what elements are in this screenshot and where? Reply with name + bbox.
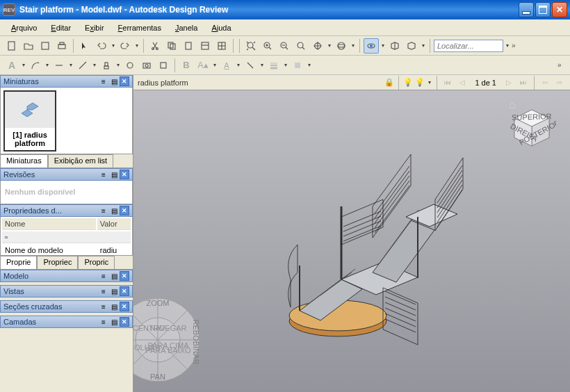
thumbnail-item[interactable]: [1] radius platform <box>3 90 56 152</box>
toolbar-overflow-icon[interactable]: » <box>512 42 520 49</box>
panel-menu-icon[interactable]: ≡ <box>99 317 108 327</box>
panel-pin-icon[interactable]: ▤ <box>109 76 119 86</box>
lineweight-dropdown[interactable]: ▾ <box>283 62 288 68</box>
panel-menu-icon[interactable]: ≡ <box>99 170 108 179</box>
zoom-in-icon[interactable] <box>260 38 275 54</box>
cut-icon[interactable] <box>147 38 163 54</box>
panel-menu-icon[interactable]: ≡ <box>99 206 108 215</box>
navigation-wheel[interactable]: ZOOM PAN ÓRBITA REBOBINAR CENTRO NAVEGAR… <box>133 295 203 385</box>
undo-icon[interactable] <box>94 38 109 54</box>
zoom-extents-icon[interactable] <box>243 38 259 54</box>
panel-pin-icon[interactable]: ▤ <box>109 271 119 281</box>
redo-dropdown[interactable]: ▾ <box>134 42 140 49</box>
snapshot-icon[interactable] <box>139 58 154 73</box>
tab-exibicao[interactable]: Exibição em list <box>48 154 113 168</box>
menu-ferramentas[interactable]: Ferramentas <box>113 22 167 33</box>
orbit-icon[interactable] <box>334 38 349 54</box>
text-a-dropdown[interactable]: ▾ <box>21 62 26 68</box>
panel-close-icon[interactable]: ✕ <box>120 302 129 311</box>
cloud-icon[interactable] <box>51 58 67 73</box>
measure-icon[interactable] <box>75 58 90 73</box>
close-button[interactable] <box>552 2 567 17</box>
color-dropdown[interactable]: ▾ <box>236 62 241 68</box>
panel-modelo-header[interactable]: Modelo ≡ ▤ ✕ <box>0 270 133 282</box>
shape-dropdown[interactable]: ▾ <box>44 62 50 68</box>
panel-pin-icon[interactable]: ▤ <box>109 286 119 296</box>
next-page-icon[interactable]: ▷ <box>503 77 515 88</box>
save-icon[interactable] <box>38 38 53 54</box>
3d-view-icon[interactable] <box>364 38 379 54</box>
panel-pin-icon[interactable]: ▤ <box>109 206 119 215</box>
lineweight-icon[interactable] <box>266 58 282 73</box>
panel-close-icon[interactable]: ✕ <box>120 170 129 179</box>
panel-menu-icon[interactable]: ≡ <box>99 302 108 311</box>
font-a-icon[interactable]: A▴ <box>195 58 211 73</box>
text-a-icon[interactable]: A <box>4 58 19 73</box>
panel-close-icon[interactable]: ✕ <box>120 76 129 86</box>
panel-pin-icon[interactable]: ▤ <box>109 170 119 179</box>
panel-menu-icon[interactable]: ≡ <box>99 286 108 296</box>
panel-close-icon[interactable]: ✕ <box>120 206 129 215</box>
3d-view-dropdown[interactable]: ▾ <box>380 42 386 49</box>
light-dropdown[interactable]: ▾ <box>427 79 432 85</box>
font-dropdown[interactable]: ▾ <box>212 62 218 68</box>
fill-icon[interactable] <box>290 58 305 73</box>
tab-proprie1[interactable]: Proprie <box>0 256 37 269</box>
color-a-icon[interactable]: A <box>219 58 234 73</box>
first-page-icon[interactable]: ⏮ <box>441 77 454 88</box>
print-icon[interactable] <box>54 38 70 54</box>
panel-close-icon[interactable]: ✕ <box>120 271 129 281</box>
open-icon[interactable] <box>21 38 36 54</box>
menu-janela[interactable]: Janela <box>170 22 203 33</box>
panel-camadas-header[interactable]: Camadas ≡ ▤ ✕ <box>0 316 133 328</box>
panel-pin-icon[interactable]: ▤ <box>109 302 119 311</box>
highlight-dropdown[interactable]: ▾ <box>259 62 265 68</box>
measure-dropdown[interactable]: ▾ <box>92 62 97 68</box>
search-dropdown[interactable]: ▾ <box>505 42 510 49</box>
panel-close-icon[interactable]: ✕ <box>120 286 129 296</box>
undo-dropdown[interactable]: ▾ <box>111 42 116 49</box>
select-icon[interactable] <box>77 38 92 54</box>
menu-editar[interactable]: Editar <box>45 22 76 33</box>
menu-arquivo[interactable]: Arquivo <box>6 22 42 33</box>
panel-revisoes-header[interactable]: Revisões ≡ ▤ ✕ <box>0 168 133 181</box>
grid-icon[interactable] <box>214 38 229 54</box>
panel-close-icon[interactable]: ✕ <box>120 317 129 327</box>
prop-col-valor[interactable]: Valor <box>97 218 131 230</box>
menu-exibir[interactable]: Exibir <box>79 22 110 33</box>
shape-icon[interactable] <box>28 58 43 73</box>
search-input[interactable] <box>434 40 503 52</box>
panel-pin-icon[interactable]: ▤ <box>109 317 119 327</box>
paste-icon[interactable] <box>181 38 196 54</box>
markup-overflow-icon[interactable]: » <box>557 61 566 69</box>
back-icon[interactable]: ⇦ <box>539 77 551 88</box>
pan-icon[interactable] <box>310 38 325 54</box>
prev-page-icon[interactable]: ◁ <box>456 77 469 88</box>
new-icon[interactable] <box>4 38 19 54</box>
symbol-icon[interactable] <box>122 58 138 73</box>
cloud-dropdown[interactable]: ▾ <box>68 62 74 68</box>
viewcube[interactable]: SUPERIOR DIREITA POSTERIOR <box>507 104 556 153</box>
stamp-icon[interactable] <box>99 58 114 73</box>
minimize-button[interactable] <box>519 2 534 17</box>
lighting-icon[interactable] <box>404 38 419 54</box>
bold-icon[interactable]: B <box>179 58 194 73</box>
lighting-dropdown[interactable]: ▾ <box>421 42 426 49</box>
last-page-icon[interactable]: ⏭ <box>517 77 530 88</box>
visibility-icon[interactable]: 💡 <box>403 78 413 87</box>
stamp-dropdown[interactable]: ▾ <box>115 62 121 68</box>
section-icon[interactable] <box>387 38 402 54</box>
fill-dropdown[interactable]: ▾ <box>307 62 312 68</box>
panel-vistas-header[interactable]: Vistas ≡ ▤ ✕ <box>0 285 133 297</box>
panel-menu-icon[interactable]: ≡ <box>99 271 108 281</box>
lock-icon[interactable]: 🔒 <box>384 78 394 87</box>
maximize-button[interactable] <box>535 2 551 17</box>
copy-icon[interactable] <box>164 38 179 54</box>
panel-propriedades-header[interactable]: Propriedades d... ≡ ▤ ✕ <box>0 204 133 217</box>
zoom-out-icon[interactable] <box>277 38 292 54</box>
panel-miniaturas-header[interactable]: Miniaturas ≡ ▤ ✕ <box>0 75 133 88</box>
bulb-on-icon[interactable]: 💡 <box>415 78 425 87</box>
tab-proprie2[interactable]: Propriec <box>37 256 78 269</box>
panel-secoes-header[interactable]: Seções cruzadas ≡ ▤ ✕ <box>0 300 133 313</box>
panel-menu-icon[interactable]: ≡ <box>99 76 108 86</box>
